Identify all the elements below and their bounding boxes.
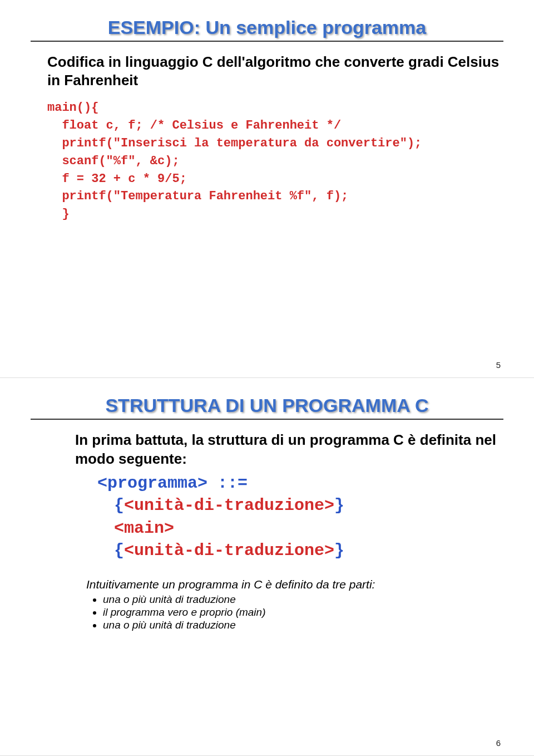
page-number: 6: [496, 738, 501, 748]
slide-2: STRUTTURA DI UN PROGRAMMA C In prima bat…: [0, 378, 534, 756]
page-number: 5: [496, 360, 501, 370]
list-item: il programma vero e proprio (main): [103, 606, 503, 618]
brace-open: {: [114, 496, 124, 515]
list-item: una o più unità di traduzione: [103, 619, 503, 631]
title-underline: [31, 419, 503, 420]
list-item: una o più unità di traduzione: [103, 593, 503, 606]
intro-text: In prima battuta, la struttura di un pro…: [75, 431, 503, 469]
grammar-block: <programma> ::= {<unità-di-traduzione>} …: [97, 472, 503, 562]
bullet-list: una o più unità di traduzione il program…: [103, 593, 503, 631]
grammar-unit: <unità-di-traduzione>: [124, 541, 334, 560]
slide-title: STRUTTURA DI UN PROGRAMMA C: [31, 395, 503, 416]
grammar-unit: <unità-di-traduzione>: [124, 496, 334, 515]
brace-open: {: [114, 541, 124, 560]
brace-close: }: [334, 496, 344, 515]
grammar-program: <programma> ::=: [97, 474, 248, 493]
title-underline: [31, 41, 503, 42]
slide-1: ESEMPIO: Un semplice programma Codifica …: [0, 0, 534, 378]
brace-close: }: [334, 541, 344, 560]
code-block: main(){ float c, f; /* Celsius e Fahrenh…: [47, 99, 503, 223]
grammar-main: <main>: [114, 519, 174, 538]
slide-title: ESEMPIO: Un semplice programma: [31, 17, 503, 38]
intro-text: Codifica in linguaggio C dell'algoritmo …: [47, 53, 503, 89]
note-text: Intuitivamente un programma in C è defin…: [86, 578, 503, 591]
